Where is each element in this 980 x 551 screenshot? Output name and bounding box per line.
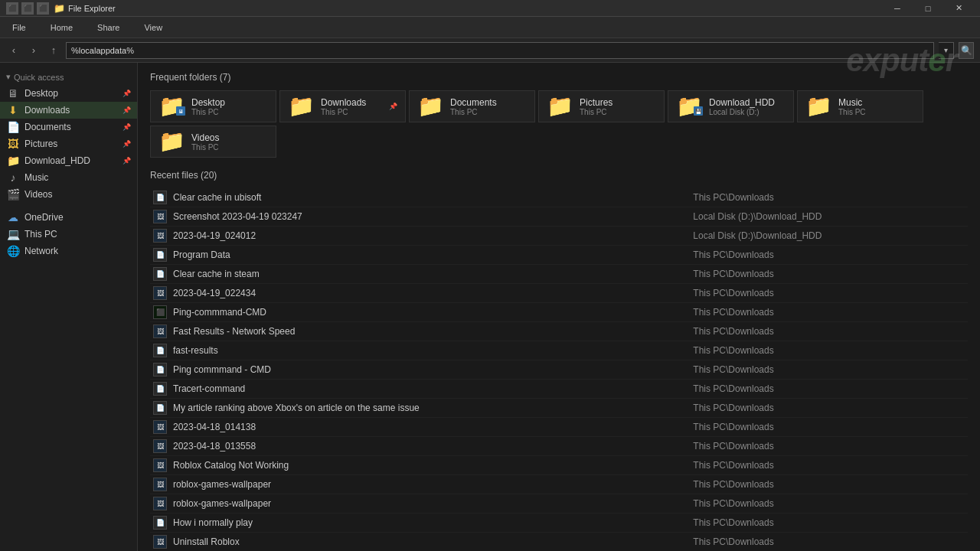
folder-item-videos[interactable]: 📁 Videos This PC	[150, 126, 276, 158]
file-icon-cell: 📄	[150, 360, 170, 380]
file-type-icon: 🖼	[153, 497, 167, 510]
folder-name-videos: Videos	[191, 132, 219, 143]
recent-file-row[interactable]: 🖼 2023-04-18_013558 This PC\Downloads	[150, 437, 968, 456]
recent-file-row[interactable]: 🖼 Roblox Catalog Not Working This PC\Dow…	[150, 456, 968, 475]
recent-file-row[interactable]: 📄 Ping commmand - CMD This PC\Downloads	[150, 360, 968, 380]
address-input[interactable]	[66, 42, 934, 59]
ribbon-tab-share[interactable]: Share	[91, 20, 126, 35]
recent-file-row[interactable]: 🖼 2023-04-19_024012 Local Disk (D:)\Down…	[150, 227, 968, 246]
recent-file-row[interactable]: 📄 Clear cache in ubisoft This PC\Downloa…	[150, 188, 968, 207]
recent-file-row[interactable]: ⬛ Ping-commmand-CMD This PC\Downloads	[150, 303, 968, 322]
file-type-icon: 🖼	[153, 458, 167, 472]
ribbon-tab-file[interactable]: File	[6, 20, 32, 35]
address-chevron[interactable]: ▾	[939, 42, 954, 59]
recent-file-row[interactable]: 📄 My article ranking above Xbox's on art…	[150, 399, 968, 418]
file-path-cell: This PC\Downloads	[690, 188, 968, 207]
sidebar-label-pictures: Pictures	[24, 139, 57, 149]
file-name-cell: My article ranking above Xbox's on artic…	[170, 399, 690, 418]
recent-file-row[interactable]: 🖼 Uninstall Roblox This PC\Downloads	[150, 533, 968, 552]
file-icon-cell: 📄	[150, 380, 170, 399]
recent-file-row[interactable]: 📄 Program Data This PC\Downloads	[150, 246, 968, 265]
pin-icon-downloads: 📌	[122, 106, 131, 114]
sidebar-item-desktop[interactable]: 🖥 Desktop 📌	[0, 85, 137, 102]
recent-file-row[interactable]: 📄 How i normally play This PC\Downloads	[150, 514, 968, 533]
sidebar-item-pictures[interactable]: 🖼 Pictures 📌	[0, 135, 137, 152]
hdd-overlay-icon: 💾	[694, 106, 703, 116]
folders-grid: 📁 🖥 Desktop This PC 📁 Downloads This PC …	[150, 90, 968, 158]
folder-item-pictures[interactable]: 📁 Pictures This PC	[538, 90, 665, 122]
sidebar-item-download-hdd[interactable]: 📁 Download_HDD 📌	[0, 152, 137, 169]
sidebar-item-videos[interactable]: 🎬 Videos	[0, 186, 137, 203]
back-button[interactable]: ‹	[6, 43, 21, 58]
file-icon-cell: 📄	[150, 514, 170, 533]
file-type-icon: 📄	[153, 267, 167, 281]
close-button[interactable]: ✕	[943, 0, 974, 17]
file-path-cell: This PC\Downloads	[690, 533, 968, 552]
file-path-cell: This PC\Downloads	[690, 494, 968, 514]
sidebar-item-downloads[interactable]: ⬇ Downloads 📌	[0, 102, 137, 119]
sidebar-item-music[interactable]: ♪ Music	[0, 169, 137, 186]
file-path-cell: This PC\Downloads	[690, 380, 968, 399]
sidebar-item-network[interactable]: 🌐 Network	[0, 243, 137, 259]
recent-file-row[interactable]: 🖼 Screenshot 2023-04-19 023247 Local Dis…	[150, 207, 968, 227]
minimize-button[interactable]: ─	[882, 0, 913, 17]
address-bar: ‹ › ↑ ▾ 🔍	[0, 38, 980, 63]
recent-file-row[interactable]: 🖼 2023-04-19_022434 This PC\Downloads	[150, 284, 968, 303]
folder-item-downloadhdd[interactable]: 📁 💾 Download_HDD Local Disk (D:)	[668, 90, 794, 122]
folder-pin-downloads: 📌	[389, 103, 397, 110]
file-type-icon: 📄	[153, 344, 167, 357]
up-button[interactable]: ↑	[46, 43, 61, 58]
folder-info-downloadhdd: Download_HDD Local Disk (D:)	[709, 97, 775, 116]
file-type-icon: 🖼	[153, 535, 167, 549]
folder-item-downloads[interactable]: 📁 Downloads This PC 📌	[279, 90, 406, 122]
sidebar-label-this-pc: This PC	[24, 229, 57, 240]
quick-access-chevron: ▾	[6, 72, 11, 82]
desktop-overlay-icon: 🖥	[176, 106, 185, 116]
folder-path-downloads: This PC	[321, 108, 366, 116]
file-name-cell: Ping-commmand-CMD	[170, 303, 690, 322]
folder-item-documents[interactable]: 📁 Documents This PC	[409, 90, 535, 122]
thispc-icon: 💻	[6, 228, 20, 240]
folder-name-music: Music	[838, 97, 866, 108]
file-icon-cell: ⬛	[150, 303, 170, 322]
folder-info-music: Music This PC	[838, 97, 866, 116]
sidebar-item-onedrive[interactable]: ☁ OneDrive	[0, 209, 137, 226]
folder-path-downloadhdd: Local Disk (D:)	[709, 108, 775, 116]
sidebar: ▾ Quick access 🖥 Desktop 📌 ⬇ Downloads 📌…	[0, 63, 138, 551]
folder-icon-pictures: 📁	[547, 96, 573, 117]
documents-icon: 📄	[6, 121, 20, 133]
folder-item-desktop[interactable]: 📁 🖥 Desktop This PC	[150, 90, 276, 122]
recent-file-row[interactable]: 🖼 2023-04-18_014138 This PC\Downloads	[150, 418, 968, 437]
recent-file-row[interactable]: 🖼 Fast Results - Network Speed This PC\D…	[150, 322, 968, 341]
search-button[interactable]: 🔍	[959, 42, 974, 59]
file-name-cell: 2023-04-18_013558	[170, 437, 690, 456]
sidebar-label-music: Music	[24, 172, 48, 183]
sidebar-label-downloads: Downloads	[24, 105, 70, 116]
folder-item-music[interactable]: 📁 Music This PC	[797, 90, 923, 122]
title-bar: ⬛ ⬛ ⬛ 📁 File Explorer ─ □ ✕	[0, 0, 980, 17]
file-path-cell: This PC\Downloads	[690, 246, 968, 265]
file-path-cell: This PC\Downloads	[690, 360, 968, 380]
folder-icon-downloadhdd: 📁 💾	[676, 96, 703, 117]
sidebar-item-this-pc[interactable]: 💻 This PC	[0, 226, 137, 243]
file-type-icon: 📄	[153, 382, 167, 396]
forward-button[interactable]: ›	[26, 43, 41, 58]
recent-file-row[interactable]: 🖼 roblox-games-wallpaper This PC\Downloa…	[150, 494, 968, 514]
music-icon: ♪	[6, 171, 20, 184]
file-path-cell: This PC\Downloads	[690, 475, 968, 494]
recent-files-title: Recent files (20)	[150, 170, 217, 181]
recent-file-row[interactable]: 📄 Tracert-command This PC\Downloads	[150, 380, 968, 399]
ribbon-tab-home[interactable]: Home	[44, 20, 79, 35]
file-icon-cell: 📄	[150, 341, 170, 360]
ribbon-tab-view[interactable]: View	[138, 20, 168, 35]
recent-file-row[interactable]: 🖼 roblox-games-wallpaper This PC\Downloa…	[150, 475, 968, 494]
sidebar-item-documents[interactable]: 📄 Documents 📌	[0, 119, 137, 135]
sidebar-label-documents: Documents	[24, 122, 71, 132]
recent-file-row[interactable]: 📄 fast-results This PC\Downloads	[150, 341, 968, 360]
maximize-button[interactable]: □	[913, 0, 943, 17]
file-name-cell: Clear cache in ubisoft	[170, 188, 690, 207]
recent-file-row[interactable]: 📄 Clear cache in steam This PC\Downloads	[150, 265, 968, 284]
main-area: ▾ Quick access 🖥 Desktop 📌 ⬇ Downloads 📌…	[0, 63, 980, 551]
file-name-cell: 2023-04-19_022434	[170, 284, 690, 303]
window-folder-icon: 📁	[54, 3, 65, 14]
